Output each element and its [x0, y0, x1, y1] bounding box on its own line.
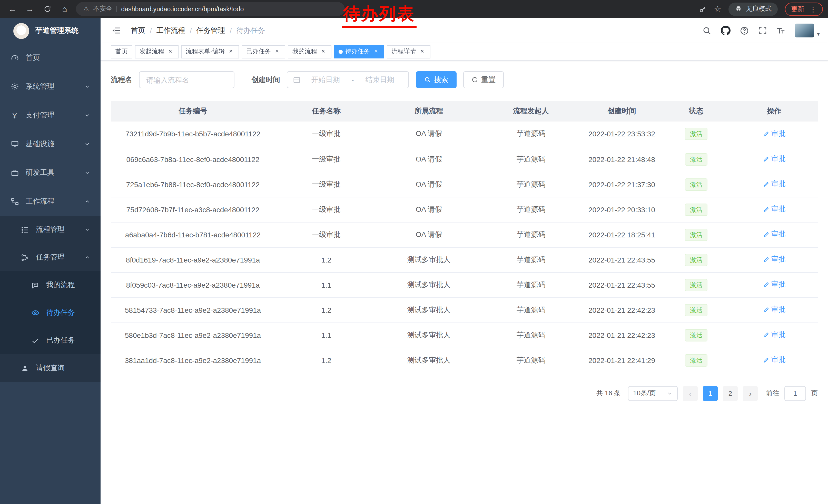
sidebar-item-task-mgmt[interactable]: 任务管理: [0, 243, 100, 271]
task-table-body: 73211d9d-7b9b-11ec-b5b7-acde48001122一级审批…: [111, 122, 818, 373]
help-icon[interactable]: [740, 26, 749, 35]
fullscreen-icon[interactable]: [758, 26, 767, 35]
task-name-cell: 1.2: [275, 348, 378, 373]
approve-link[interactable]: 审批: [762, 205, 786, 214]
menu-dots-icon[interactable]: ⋮: [810, 5, 817, 13]
approve-link[interactable]: 审批: [762, 180, 786, 189]
sidebar-item-process-mgmt[interactable]: 流程管理: [0, 216, 100, 243]
approve-link[interactable]: 审批: [762, 330, 786, 340]
approve-label: 审批: [771, 154, 786, 164]
github-icon[interactable]: [721, 26, 731, 35]
reset-button[interactable]: 重置: [463, 71, 504, 88]
url-text: dashboard.yudao.iocoder.cn/bpm/task/todo: [121, 5, 244, 12]
tab-todo-task[interactable]: 待办任务 ×: [334, 45, 384, 58]
process-cell: OA 请假: [378, 147, 480, 172]
tab-process-detail[interactable]: 流程详情 ×: [387, 45, 430, 58]
home-icon[interactable]: ⌂: [57, 2, 72, 16]
pen-icon: [762, 231, 769, 238]
process-cell: 测试多审批人: [378, 272, 480, 297]
approve-link[interactable]: 审批: [762, 230, 786, 239]
font-size-icon[interactable]: [777, 26, 786, 35]
chat-user-icon: [31, 281, 40, 289]
sidebar-item-todo-task[interactable]: 待办任务: [0, 299, 100, 327]
close-icon[interactable]: ×: [320, 48, 327, 55]
initiator-cell: 芋道源码: [480, 348, 582, 373]
approve-link[interactable]: 审批: [762, 305, 786, 315]
tab-done-task[interactable]: 已办任务 ×: [242, 45, 285, 58]
tab-label: 待办任务: [345, 47, 370, 56]
breadcrumb-task-mgmt[interactable]: 任务管理: [197, 26, 225, 35]
update-button[interactable]: 更新 ⋮: [785, 2, 823, 16]
key-icon[interactable]: [699, 5, 707, 13]
app-logo[interactable]: 芋道管理系统: [0, 18, 100, 44]
date-range-picker[interactable]: 开始日期 - 结束日期: [287, 71, 409, 88]
sidebar-item-leave-query[interactable]: 请假查询: [0, 354, 100, 382]
monitor-icon: [10, 140, 19, 148]
close-icon[interactable]: ×: [419, 48, 426, 55]
column-header-task-id: 任务编号: [111, 101, 275, 122]
column-header-create-time: 创建时间: [582, 101, 662, 122]
prev-page-button[interactable]: ‹: [683, 386, 698, 401]
process-name-input[interactable]: [139, 71, 235, 88]
initiator-cell: 芋道源码: [480, 147, 582, 172]
close-icon[interactable]: ×: [274, 48, 281, 55]
page-size-select[interactable]: 10条/页: [628, 386, 678, 401]
calendar-icon: [293, 76, 301, 84]
close-icon[interactable]: ×: [167, 48, 174, 55]
sidebar-toggle-icon[interactable]: [109, 26, 124, 35]
approve-link[interactable]: 审批: [762, 129, 786, 138]
sidebar-item-workflow[interactable]: 工作流程: [0, 187, 100, 216]
breadcrumb-workflow[interactable]: 工作流程: [157, 26, 185, 35]
initiator-cell: 芋道源码: [480, 122, 582, 147]
close-icon[interactable]: ×: [372, 48, 380, 55]
reload-icon[interactable]: [40, 2, 54, 16]
task-name-cell: 1.1: [275, 322, 378, 348]
approve-link[interactable]: 审批: [762, 356, 786, 365]
status-badge: 激活: [685, 178, 707, 190]
table-row: 75d72608-7b7f-11ec-a3c8-acde48001122一级审批…: [111, 197, 818, 222]
sidebar-item-done-task[interactable]: 已办任务: [0, 327, 100, 354]
search-icon[interactable]: [703, 26, 712, 35]
page-unit-label: 页: [811, 388, 818, 398]
page-size-value: 10条/页: [633, 388, 656, 398]
sidebar-item-infrastructure[interactable]: 基础设施: [0, 130, 100, 158]
pagination: 共 16 条 10条/页 ‹ 1 2 › 前往 页: [111, 386, 818, 401]
tab-my-process[interactable]: 我的流程 ×: [288, 45, 331, 58]
breadcrumb-home[interactable]: 首页: [131, 26, 145, 35]
approve-link[interactable]: 审批: [762, 255, 786, 264]
table-header-row: 任务编号 任务名称 所属流程 流程发起人 创建时间 状态 操作: [111, 101, 818, 122]
task-id-cell: 58154733-7ac8-11ec-a9e2-a2380e71991a: [111, 297, 275, 322]
sidebar-item-home[interactable]: 首页: [0, 44, 100, 72]
tab-label: 发起流程: [139, 47, 164, 56]
chevron-down-icon: [84, 170, 90, 176]
search-button[interactable]: 搜索: [416, 71, 457, 88]
sidebar-item-payment-mgmt[interactable]: ¥ 支付管理: [0, 101, 100, 130]
approve-link[interactable]: 审批: [762, 280, 786, 289]
tab-home[interactable]: 首页: [111, 45, 132, 58]
action-cell: 审批: [731, 322, 818, 348]
task-id-cell: 8f059c03-7ac8-11ec-a9e2-a2380e71991a: [111, 272, 275, 297]
next-page-button[interactable]: ›: [743, 386, 758, 401]
back-icon[interactable]: ←: [5, 2, 19, 16]
forward-icon[interactable]: →: [23, 2, 37, 16]
goto-page-input[interactable]: [784, 386, 806, 401]
status-badge: 激活: [685, 128, 707, 140]
user-avatar[interactable]: ▾: [795, 24, 820, 37]
approve-label: 审批: [771, 305, 786, 315]
approve-link[interactable]: 审批: [762, 154, 786, 164]
navbar-right: ▾: [703, 24, 820, 37]
tab-start-process[interactable]: 发起流程 ×: [135, 45, 178, 58]
address-bar[interactable]: ⚠ 不安全 dashboard.yudao.iocoder.cn/bpm/tas…: [76, 2, 345, 16]
sidebar-item-dev-tools[interactable]: 研发工具: [0, 158, 100, 187]
action-cell: 审批: [731, 172, 818, 197]
page-1-button[interactable]: 1: [703, 386, 718, 401]
task-name-cell: 1.2: [275, 297, 378, 322]
logo-image: [13, 23, 29, 39]
bookmark-star-icon[interactable]: ☆: [714, 4, 721, 14]
page-2-button[interactable]: 2: [723, 386, 738, 401]
sidebar-item-system-mgmt[interactable]: 系统管理: [0, 72, 100, 101]
sidebar-item-my-process[interactable]: 我的流程: [0, 271, 100, 299]
close-icon[interactable]: ×: [227, 48, 235, 55]
tab-form-edit[interactable]: 流程表单-编辑 ×: [181, 45, 239, 58]
action-cell: 审批: [731, 122, 818, 147]
